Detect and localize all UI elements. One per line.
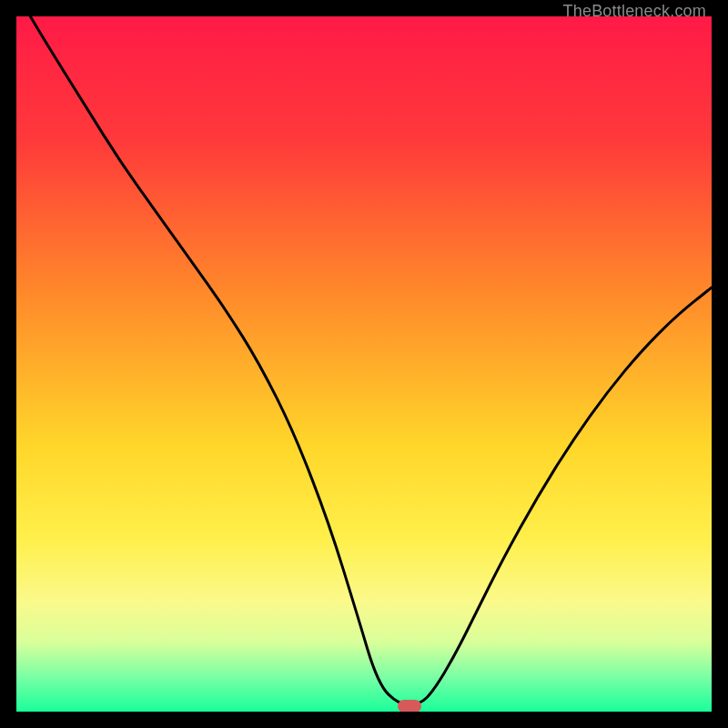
- optimal-marker: [398, 700, 421, 712]
- chart-frame: TheBottleneck.com: [0, 0, 728, 728]
- bottleneck-curve: [16, 16, 712, 712]
- plot-area: [16, 16, 712, 712]
